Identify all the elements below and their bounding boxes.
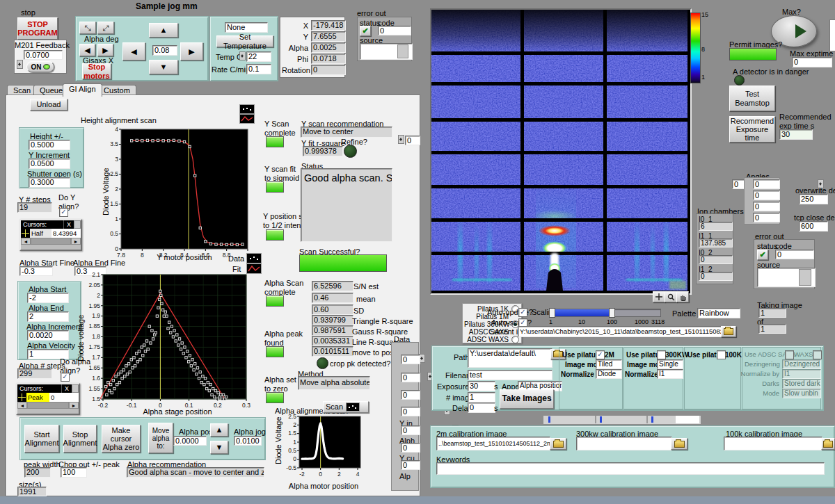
temp-spinner[interactable]	[239, 51, 246, 60]
use-adsc-saxs-checkbox[interactable]	[785, 350, 794, 359]
m201-on-toggle[interactable]: ON	[26, 61, 54, 72]
method-value[interactable]: Move alpha absolute pos	[298, 376, 370, 390]
tcp-value[interactable]: 600	[799, 221, 828, 231]
cursors1-scroll-up[interactable]	[74, 220, 81, 229]
data-value-2[interactable]: 0	[401, 390, 420, 400]
use-adsc-waxs-checkbox[interactable]	[813, 350, 822, 359]
calib-300kw-browse-button[interactable]	[671, 438, 687, 450]
scaling-thumb-max[interactable]	[609, 308, 615, 318]
image-mode-2-field[interactable]: Single	[657, 359, 683, 369]
overwrite-value[interactable]: 250	[799, 194, 828, 204]
stop-program-button[interactable]: STOP PROGRAM	[17, 17, 58, 40]
alpha-alignment-chart[interactable]: -0.500.511.522.5-2024	[283, 412, 365, 482]
cursors2-scroll-up[interactable]	[72, 384, 79, 393]
jog-tilt-right-button[interactable]: ⤢	[97, 22, 114, 34]
cursor-scroll-thumb[interactable]	[27, 402, 69, 409]
normalize-1-field[interactable]: Diode	[596, 369, 622, 379]
cursor-scroll-right[interactable]: ►	[69, 402, 79, 409]
normalize-2-field[interactable]: I1	[657, 369, 683, 379]
calib-300kw-field[interactable]	[576, 437, 672, 450]
alpha-left-button[interactable]: ◀	[79, 44, 95, 56]
m201-value[interactable]: 0.0700	[24, 50, 63, 60]
test-beamstop-button[interactable]: Test Beamstop	[729, 86, 775, 111]
filename-field[interactable]: test	[468, 370, 552, 380]
cursor-scroll-left[interactable]: ◄	[17, 402, 27, 409]
data-value-1[interactable]: 0	[401, 373, 420, 382]
source-scrollbar[interactable]	[799, 269, 811, 286]
stop-alignment-button[interactable]: Stop Alignment	[63, 425, 97, 453]
auto-update-checkbox[interactable]	[518, 308, 527, 317]
cursor-scroll-thumb[interactable]	[31, 238, 71, 245]
data-value-0[interactable]: 0	[401, 355, 420, 364]
shutter-open-field[interactable]: 0.3000	[29, 177, 70, 188]
detector-image-frame[interactable]	[430, 8, 692, 295]
path-field[interactable]: Y:\userdata\default\	[468, 348, 552, 368]
jog-left-button[interactable]: ◀	[122, 42, 145, 60]
palette-value[interactable]: Rainbow	[697, 308, 740, 318]
permit-images-led[interactable]	[729, 48, 777, 60]
peak-width-value[interactable]: 200	[24, 467, 51, 478]
source-scrollbar[interactable]	[397, 44, 408, 58]
refine-led[interactable]	[344, 145, 357, 158]
alpha-start-fine-field[interactable]: -0.3	[19, 266, 53, 276]
angle-value-2[interactable]: 0	[753, 202, 780, 211]
cursor-scroll-left[interactable]: ◄	[21, 238, 31, 245]
chop-value[interactable]: 100	[61, 467, 87, 478]
delay-field[interactable]: 0	[468, 403, 495, 413]
crosshair-tool-button[interactable]	[653, 291, 665, 302]
use-pilatus-2m-checkbox[interactable]	[596, 350, 605, 359]
calib-2m-field[interactable]: ..\beamstop_test_151010214505112_2m.edf	[436, 437, 550, 450]
y-increment-field[interactable]: 0.0500	[29, 158, 70, 169]
set-temperature-button[interactable]: Set Temperature	[216, 35, 273, 47]
data-value-3[interactable]: 0	[401, 407, 420, 416]
jog-down-button[interactable]: ▼	[149, 60, 178, 74]
image-mode-1-field[interactable]: Tiled	[596, 359, 622, 369]
zoom-tool-button[interactable]	[665, 291, 677, 302]
stop-motors-button[interactable]: Stop motors	[82, 63, 111, 79]
alpha-scan-chart[interactable]: 1.51.551.61.651.71.751.81.851.91.9522.05…	[82, 271, 256, 414]
alpha-jog-up-button[interactable]: ▲	[210, 423, 228, 437]
temp-value[interactable]: 22	[246, 51, 271, 62]
recommended-exp-value[interactable]: 30	[779, 129, 813, 140]
recommend-exposure-button[interactable]: Recommend Exposure time	[729, 116, 775, 143]
code-value[interactable]: 0	[378, 26, 411, 35]
mini-slider-strip[interactable]	[543, 415, 701, 425]
refine-spin-value[interactable]: 0	[405, 136, 420, 145]
n-images-field[interactable]: 1	[468, 392, 495, 403]
alpha-jog-field[interactable]: 0.0100	[234, 436, 262, 446]
rate-value[interactable]: 0.1	[246, 64, 271, 74]
pan-tool-button[interactable]	[676, 291, 689, 302]
alpha-start-field[interactable]: -2	[27, 293, 69, 303]
current-image-path[interactable]: Y:\userdata\Chabinyc\2015_10_11\data\bea…	[518, 326, 722, 337]
code-value[interactable]: 0	[775, 250, 814, 259]
height-range-field[interactable]: 0.5000	[29, 140, 70, 150]
crop-pk-led[interactable]	[317, 357, 328, 369]
jog-step-field[interactable]: 0.08	[152, 45, 177, 56]
scaling-slider-track[interactable]	[550, 309, 661, 317]
move-alpha-to-button[interactable]: Move alpha to:	[148, 423, 173, 453]
angle-value-3[interactable]: 0	[753, 213, 780, 222]
max-exptime-value[interactable]: 0	[792, 57, 832, 67]
alpha-right-button[interactable]: ▶	[97, 44, 113, 56]
tab-gi-align[interactable]: GI Align	[63, 83, 102, 97]
data-value-6[interactable]: 0	[401, 460, 420, 470]
refine-spinner[interactable]	[398, 135, 404, 144]
calib-100k-field[interactable]	[724, 437, 822, 450]
height-scan-chart[interactable]: 00.511.522.533.547.888.28.48.68.89	[103, 125, 253, 264]
make-cursor-alpha-zero-button[interactable]: Make cursor Alpha zero	[102, 425, 141, 453]
temp-selector[interactable]: None	[225, 22, 268, 33]
alpha-pos-field[interactable]: 0.0000	[173, 436, 207, 446]
keywords-field[interactable]	[436, 462, 825, 475]
calib-100k-browse-button[interactable]	[821, 438, 835, 450]
m201-spinner[interactable]	[17, 60, 23, 69]
unload-button[interactable]: Unload	[30, 99, 67, 111]
do-alpha-align-checkbox[interactable]	[61, 373, 70, 382]
alpha-jog-down-button[interactable]: ▼	[210, 441, 228, 454]
alpha-end-field[interactable]: 2	[27, 311, 69, 322]
angle-value-1[interactable]: 0	[753, 190, 780, 200]
jog-up-button[interactable]: ▲	[149, 23, 178, 38]
alpha-increment-field[interactable]: 0.0020	[27, 330, 69, 341]
calib-2m-browse-button[interactable]	[550, 438, 566, 450]
data-value-4[interactable]: 0	[401, 425, 420, 435]
jog-tilt-left-button[interactable]: ⤡	[79, 22, 96, 34]
